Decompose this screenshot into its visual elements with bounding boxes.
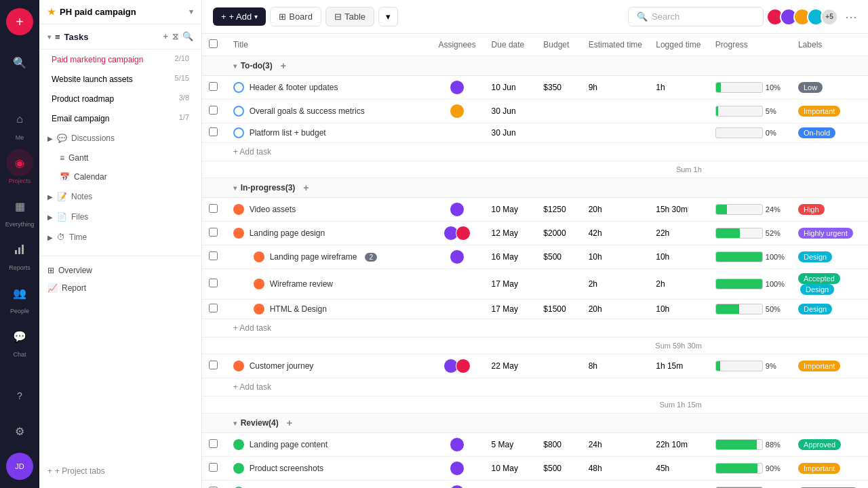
filter-icon[interactable]: ⧖ [172,31,178,42]
task-checkbox[interactable] [209,204,218,213]
icon-bar-search[interactable]: 🔍 [6,46,33,79]
task-name[interactable]: Customer journey [250,361,314,371]
sidebar-item-calendar[interactable]: 📅 Calendar [43,168,197,186]
due-date-cell: 10 Jun [485,76,537,100]
tasks-section-header[interactable]: ▾ ≡ Tasks + ⧖ 🔍 [39,24,201,49]
chevron-down-icon[interactable]: ▾ [233,184,237,192]
due-date-cell: 12 May [485,222,537,245]
add-button[interactable]: + + Add ▾ [213,7,266,26]
chevron-down-icon[interactable]: ▾ [233,420,237,427]
chevron-down-icon[interactable]: ▾ [233,62,237,70]
sidebar-item-gantt[interactable]: ≡ Gantt [43,149,197,167]
everything-icon[interactable]: ▦ [6,192,33,220]
sidebar-item-overview[interactable]: ⊞ Overview [39,262,201,279]
sidebar-item-report[interactable]: 📈 Report [39,279,201,297]
chat-icon[interactable]: 💬 [6,323,33,350]
task-checkbox[interactable] [209,251,218,260]
task-checkbox[interactable] [209,304,218,312]
task-checkbox[interactable] [209,127,218,136]
add-task-label[interactable]: + Add task [226,143,868,161]
icon-bar-settings[interactable]: ⚙ [6,415,33,447]
col-due-header: Due date [485,34,537,56]
add-task-row-customer[interactable]: + Add task [202,378,868,396]
add-review-task-icon[interactable]: + [287,418,292,428]
add-task-row-todo[interactable]: + Add task [202,143,868,161]
add-task-icon[interactable]: + [163,31,168,42]
group-review-label: ▾ Review(4) + [226,413,868,433]
task-name[interactable]: Platform list + budget [250,128,326,138]
group-inprogress: ▾ In-progress(3) + [202,178,868,198]
task-name[interactable]: Product screenshots [250,464,323,473]
icon-bar-help[interactable]: ? [6,380,33,412]
add-task-label[interactable]: + Add task [226,319,868,338]
logged-time-cell: 45h [649,457,709,481]
more-views-button[interactable]: ▾ [378,7,398,26]
select-all-checkbox[interactable] [209,39,218,48]
board-view-button[interactable]: ⊞ Board [270,7,321,26]
add-inprogress-task-icon[interactable]: + [303,182,309,193]
add-tabs-icon: + [47,466,52,476]
project-item-email[interactable]: Email campaign 1/7 [43,109,197,127]
icon-bar-me[interactable]: ⌂ Me [6,103,33,144]
task-checkbox[interactable] [209,279,218,287]
task-name[interactable]: Landing page design [250,228,325,238]
icon-bar-people[interactable]: 👥 People [6,277,33,317]
settings-icon[interactable]: ⚙ [6,418,33,445]
more-options-button[interactable]: ⋯ [845,9,857,24]
icon-bar-projects[interactable]: ◉ Projects [6,146,33,187]
search-box[interactable]: 🔍 Search [628,7,764,26]
add-icon[interactable]: + [6,8,33,35]
add-project-tabs[interactable]: + + Project tabs [47,462,193,480]
task-checkbox[interactable] [209,463,218,472]
label-badge: On-hold [798,127,835,138]
group-name: To-do(3) [241,61,273,70]
project-item-paid[interactable]: Paid marketing campaign 2/10 [43,50,197,68]
notes-section[interactable]: ▶ 📝 Notes [39,186,201,207]
search-tasks-icon[interactable]: 🔍 [182,31,193,42]
files-section[interactable]: ▶ 📄 Files [39,207,201,227]
time-section[interactable]: ▶ ⏱ Time [39,227,201,247]
table-view-button[interactable]: ⊟ Table [326,7,374,26]
task-name[interactable]: Landing page content [250,440,328,449]
icon-bar-add[interactable]: + [6,5,33,43]
task-name[interactable]: Landing page wireframe [270,252,357,262]
home-icon[interactable]: ⌂ [6,106,33,133]
task-name[interactable]: Wireframe review [270,279,333,289]
task-checkbox[interactable] [209,228,218,237]
icon-bar-everything[interactable]: ▦ Everything [5,190,35,230]
sum-todo: Sum 1h [582,161,709,178]
task-name[interactable]: HTML & Design [270,304,327,314]
task-checkbox[interactable] [209,439,218,448]
task-name[interactable]: Video assets [250,205,296,214]
task-checkbox[interactable] [209,106,218,115]
project-header[interactable]: ★ PH paid campaign ▾ [39,0,201,24]
user-avatar[interactable]: JD [6,453,33,480]
add-task-checkbox [202,319,226,338]
budget-cell: $1250 [536,198,581,222]
icon-bar-user[interactable]: JD [6,450,33,483]
people-icon[interactable]: 👥 [6,279,33,306]
search-icon[interactable]: 🔍 [6,49,33,76]
icon-bar-reports[interactable]: Reports [6,233,33,274]
task-checkbox[interactable] [209,361,218,369]
reports-icon[interactable] [6,236,33,263]
due-date-cell: 10 May [485,198,537,222]
project-item-roadmap[interactable]: Product roadmap 3/8 [43,89,197,108]
labels-cell: Important [791,457,868,481]
add-todo-task-icon[interactable]: + [281,60,286,71]
tasks-collapse-icon[interactable]: ▾ [47,33,51,41]
discussions-section[interactable]: ▶ 💬 Discussions [39,128,201,148]
task-title-cell: Header & footer updates [226,76,430,100]
add-task-label[interactable]: + Add task [226,378,868,396]
task-name[interactable]: Overall goals & success metrics [250,106,365,116]
project-item-website[interactable]: Website launch assets 5/15 [43,70,197,88]
help-icon[interactable]: ? [6,382,33,409]
task-checkbox[interactable] [209,82,218,91]
icon-bar-chat[interactable]: 💬 Chat [6,320,33,361]
add-task-row-inprogress[interactable]: + Add task [202,319,868,338]
task-name[interactable]: Header & footer updates [250,83,338,92]
group-checkbox-cell [202,178,226,198]
collaborators-avatars[interactable]: +5 [770,8,838,26]
est-time-cell: 20h [582,300,650,319]
projects-icon[interactable]: ◉ [6,149,33,176]
